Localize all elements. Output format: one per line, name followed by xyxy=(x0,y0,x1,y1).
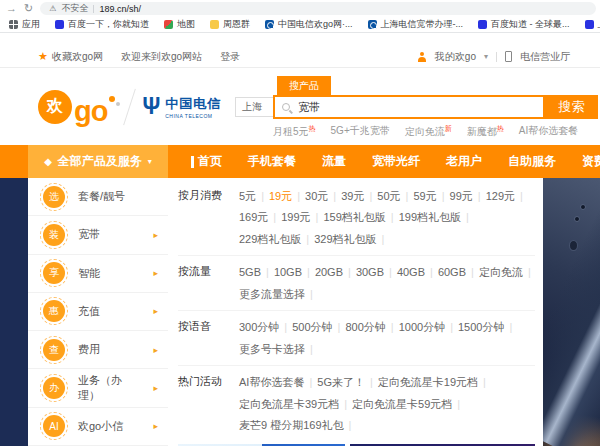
filter-option[interactable]: 229档礼包版 xyxy=(234,229,306,250)
category-sidebar: 选套餐/靓号装宽带▸享智能▸惠充值▸查费用▸办业务（办理）▸AI欢go小信▸ xyxy=(28,178,168,446)
filter-option[interactable]: 329档礼包版 xyxy=(309,229,381,250)
filter-option[interactable]: 定向免流星卡19元档 xyxy=(373,372,483,393)
hot-badge: 热 xyxy=(497,125,504,132)
sidebar-item[interactable]: 查费用▸ xyxy=(28,331,168,369)
filter-option[interactable]: 更多流量选择 xyxy=(234,284,310,305)
filter-option[interactable]: AI帮你选套餐 xyxy=(234,372,309,393)
filter-option[interactable]: 10GB xyxy=(269,262,307,283)
search-button[interactable]: 搜索 xyxy=(545,95,598,119)
all-products-caret-icon: ▾ xyxy=(148,157,152,166)
nav-item-1[interactable]: 首页 xyxy=(178,153,235,170)
filter-option[interactable]: 30元 xyxy=(300,186,333,207)
nav-item-4[interactable]: 宽带光纤 xyxy=(359,153,433,170)
filter-option[interactable]: 99元 xyxy=(445,186,478,207)
business-hall-link[interactable]: 电信营业厅 xyxy=(520,50,570,64)
filter-items: AI帮你选套餐|5G来了！|定向免流星卡19元档|定向免流星卡39元档|定向免流… xyxy=(234,372,535,436)
hot-link[interactable]: 5G+千兆宽带 xyxy=(331,124,390,139)
search-tab-products[interactable]: 搜产品 xyxy=(277,76,331,95)
filter-option[interactable]: 59元 xyxy=(408,186,441,207)
china-telecom-cn: 中国电信 xyxy=(165,95,221,113)
nav-item-3[interactable]: 流量 xyxy=(309,153,359,170)
hot-link[interactable]: AI帮你选套餐 xyxy=(519,124,578,139)
nav-item-5[interactable]: 老用户 xyxy=(433,153,495,170)
filter-label: 按语音 xyxy=(178,317,234,360)
nav-items: 首页手机套餐流量宽带光纤老用户自助服务资费专区 xyxy=(168,145,600,178)
filter-option[interactable]: 1500分钟 xyxy=(453,317,509,338)
bookmark-item[interactable]: 上海电信宽带办理-... xyxy=(368,18,464,31)
sidebar-item[interactable]: 惠充值▸ xyxy=(28,293,168,331)
sidebar-item-label: 充值 xyxy=(78,304,100,319)
filter-separator: | xyxy=(310,284,313,305)
filter-option[interactable]: 40GB xyxy=(392,262,430,283)
sidebar-item[interactable]: 装宽带▸ xyxy=(28,216,168,254)
sidebar-item[interactable]: AI欢go小信▸ xyxy=(28,408,168,446)
bookmark-item[interactable]: 周恩群 xyxy=(210,18,250,31)
filter-option[interactable]: 5G来了！ xyxy=(312,372,370,393)
forward-icon[interactable]: → xyxy=(6,3,17,14)
bookmark-item[interactable]: 上海电信吧-百度 xyxy=(585,18,600,31)
login-link[interactable]: 登录 xyxy=(220,50,240,64)
category-badge-icon: 办 xyxy=(40,374,68,402)
filter-option[interactable]: 5GB xyxy=(234,262,266,283)
filter-option[interactable]: 39元 xyxy=(336,186,369,207)
filter-option[interactable]: 30GB xyxy=(351,262,389,283)
filter-option[interactable]: 50元 xyxy=(372,186,405,207)
filter-separator: | xyxy=(457,394,460,415)
reload-icon[interactable]: ↻ xyxy=(24,3,33,14)
bookmark-item[interactable]: 中国电信欢go网·... xyxy=(265,18,353,31)
nav-item-label: 资费专区 xyxy=(582,153,600,170)
nav-item-label: 老用户 xyxy=(446,153,482,170)
bookmark-label: 百度一下，你就知道 xyxy=(68,18,149,31)
filter-option[interactable]: 60GB xyxy=(433,262,471,283)
hot-link[interactable]: 定向免流新 xyxy=(405,124,452,139)
filter-option[interactable]: 5元 xyxy=(234,186,261,207)
sidebar-item[interactable]: 享智能▸ xyxy=(28,255,168,293)
filter-option[interactable]: 129元 xyxy=(481,186,520,207)
filter-option[interactable]: 199元 xyxy=(276,207,315,228)
hot-link[interactable]: 月租5元热 xyxy=(273,124,316,139)
filter-option[interactable]: 定向免流 xyxy=(474,262,528,283)
bookmark-item[interactable]: 地图 xyxy=(164,18,195,31)
nav-item-label: 手机套餐 xyxy=(248,153,296,170)
url-divider xyxy=(93,5,94,13)
baidu-favicon-icon xyxy=(585,20,594,29)
filter-option[interactable]: 定向免流星卡39元档 xyxy=(234,394,344,415)
filter-option[interactable]: 麦芒9 橙分期169礼包 xyxy=(234,415,349,436)
all-products-menu[interactable]: ◆ 全部产品及服务 ▾ xyxy=(28,145,168,178)
filter-option[interactable]: 19元 xyxy=(264,186,297,207)
filter-option[interactable]: 800分钟 xyxy=(340,317,390,338)
filter-option[interactable]: 169元 xyxy=(234,207,273,228)
search-input[interactable] xyxy=(296,100,536,114)
favorite-link[interactable]: ★ 收藏欢go网 xyxy=(38,50,103,64)
hot-link[interactable]: 新魔都热 xyxy=(467,124,504,139)
apps-grid-icon xyxy=(9,20,18,29)
telecom-favicon-icon xyxy=(368,20,377,29)
nav-item-6[interactable]: 自助服务 xyxy=(495,153,569,170)
nav-item-2[interactable]: 手机套餐 xyxy=(235,153,309,170)
chevron-right-icon: ▸ xyxy=(153,230,158,240)
sidebar-item[interactable]: 选套餐/靓号 xyxy=(28,178,168,216)
apps-label: 应用 xyxy=(22,18,40,31)
security-label: 不安全 xyxy=(61,2,88,15)
filter-option[interactable]: 500分钟 xyxy=(287,317,337,338)
filter-option[interactable]: 定向免流星卡59元档 xyxy=(347,394,457,415)
nav-item-7[interactable]: 资费专区 xyxy=(569,153,600,170)
huan-go-logo[interactable]: 欢 go xyxy=(38,90,121,124)
filter-option[interactable]: 更多号卡选择 xyxy=(234,339,310,360)
my-account-link[interactable]: 我的欢go xyxy=(435,50,476,64)
bookmark-item[interactable]: 百度一下，你就知道 xyxy=(55,18,149,31)
filter-option[interactable]: 1000分钟 xyxy=(394,317,450,338)
url-text: 189.cn/sh/ xyxy=(99,4,141,14)
bookmark-item[interactable]: 百度知道 - 全球最... xyxy=(478,18,570,31)
filter-option[interactable]: 199档礼包版 xyxy=(394,207,466,228)
filter-option[interactable]: 300分钟 xyxy=(234,317,284,338)
filter-option[interactable]: 20GB xyxy=(310,262,348,283)
welcome-text: 欢迎来到欢go网站 xyxy=(121,50,202,64)
filter-items: 300分钟|500分钟|800分钟|1000分钟|1500分钟|更多号卡选择| xyxy=(234,317,535,360)
china-telecom-logo: Ψ 中国电信 CHINA TELECOM xyxy=(142,95,221,119)
sidebar-item[interactable]: 办业务（办理）▸ xyxy=(28,369,168,407)
person-icon xyxy=(417,52,427,62)
filter-option[interactable]: 159档礼包版 xyxy=(318,207,390,228)
apps-shortcut[interactable]: 应用 xyxy=(9,18,40,31)
url-bar[interactable]: ⚠ 不安全 189.cn/sh/ xyxy=(40,2,596,15)
